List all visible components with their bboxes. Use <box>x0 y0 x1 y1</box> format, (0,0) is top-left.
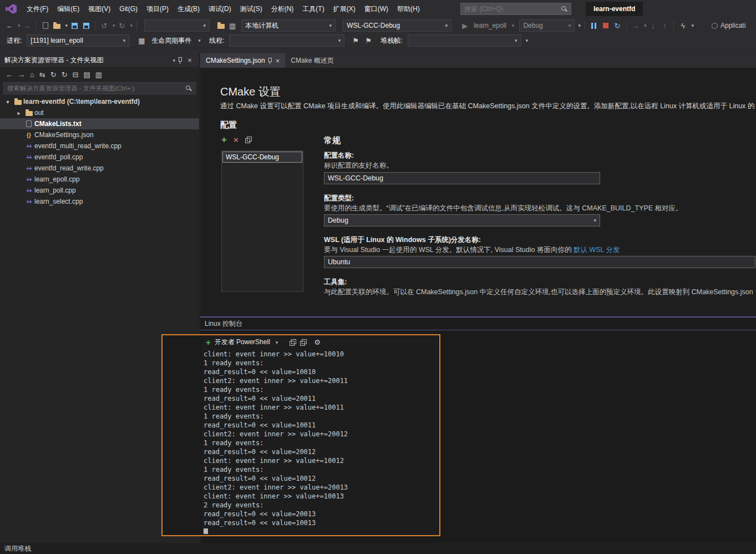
back-icon[interactable]: ← <box>6 70 13 79</box>
menu-item[interactable]: 帮助(H) <box>393 0 424 18</box>
chevron-down-icon[interactable]: ▾ <box>18 23 21 28</box>
lifecycle-events-icon[interactable]: ▦ <box>136 34 146 47</box>
tree-item[interactable]: {}CMakeSettings.json <box>0 129 199 140</box>
default-wsl-distribution-link[interactable]: 默认 WSL 分发 <box>574 246 620 254</box>
terminal-window[interactable]: + 开发者 PowerShell ▾ ⚙ client: event inner… <box>161 334 440 536</box>
close-icon[interactable]: × <box>276 57 280 65</box>
configurations-list[interactable]: WSL-GCC-Debug <box>221 150 303 292</box>
terminal-output[interactable]: client: event inner >> value+=100101 rea… <box>204 350 438 534</box>
stop-debugging-icon[interactable] <box>601 19 611 32</box>
application-insights-button[interactable]: Applicati <box>712 22 756 29</box>
switch-view-icon[interactable]: ▥ <box>227 19 237 32</box>
break-all-icon[interactable] <box>589 19 599 32</box>
build-type-dropdown[interactable]: Debug▾ <box>519 19 575 32</box>
tree-item[interactable]: ++eventfd_read_write.cpp <box>0 163 199 174</box>
gear-icon[interactable]: ⚙ <box>314 338 321 346</box>
menu-item[interactable]: 窗口(W) <box>360 0 393 18</box>
tree-item[interactable]: ++learn_select.cpp <box>0 196 199 207</box>
close-icon[interactable]: × <box>185 56 195 65</box>
target-system-dropdown[interactable]: 本地计算机▾ <box>241 19 336 32</box>
switch-views-icon[interactable]: ⇆ <box>39 70 45 79</box>
solution-explorer-search-input[interactable] <box>7 85 185 92</box>
process-dropdown[interactable]: [1191] learn_epoll▾ <box>27 34 129 47</box>
step-into-icon[interactable]: ↓ <box>648 19 658 32</box>
home-icon[interactable]: ⌂ <box>30 70 34 79</box>
toolbar-overflow-icon[interactable]: ▾ <box>526 38 529 43</box>
navigate-forward-icon[interactable]: → <box>22 19 32 32</box>
solution-configurations-dropdown[interactable]: ▾ <box>144 19 210 32</box>
editor-tab[interactable]: CMakeSettings.json× <box>200 53 285 68</box>
menu-item[interactable]: 生成(B) <box>173 0 204 18</box>
remove-configuration-icon[interactable]: × <box>234 135 239 144</box>
save-all-icon[interactable] <box>81 19 91 32</box>
menu-item[interactable]: 测试(S) <box>236 0 267 18</box>
tree-item[interactable]: CMakeLists.txt <box>0 118 199 129</box>
pin-icon[interactable] <box>177 57 182 64</box>
chevron-down-icon[interactable]: ▾ <box>113 23 115 28</box>
refresh-icon[interactable]: ↻ <box>62 70 68 79</box>
flag-icon[interactable]: ⚑ <box>351 34 361 47</box>
chevron-icon[interactable]: ▾ <box>3 99 12 105</box>
copy-icon[interactable] <box>290 339 296 346</box>
chevron-down-icon[interactable]: ▾ <box>198 38 201 43</box>
menu-item[interactable]: 调试(D) <box>204 0 236 18</box>
startup-item-label[interactable]: learn_epoll <box>474 22 506 29</box>
terminal-tab-title[interactable]: 开发者 PowerShell <box>215 338 270 347</box>
menu-item[interactable]: 分析(N) <box>267 0 298 18</box>
pin-icon[interactable] <box>267 57 272 64</box>
chevron-down-icon[interactable]: ▾ <box>644 23 647 28</box>
search-icon[interactable] <box>561 6 567 12</box>
tree-item[interactable]: ++eventfd_multi_read_write.cpp <box>0 140 199 152</box>
chevron-down-icon[interactable]: ▾ <box>691 23 694 28</box>
folder-view-icon[interactable] <box>216 19 226 32</box>
editor-tab[interactable]: CMake 概述页 <box>285 53 339 68</box>
search-input[interactable] <box>464 5 561 13</box>
new-file-icon[interactable] <box>40 19 50 32</box>
chevron-down-icon[interactable]: ▾ <box>65 23 68 28</box>
forward-icon[interactable]: → <box>18 70 25 79</box>
sync-icon[interactable]: ↻ <box>50 70 57 79</box>
navigate-back-icon[interactable]: ← <box>4 19 14 32</box>
configuration-dropdown[interactable]: WSL-GCC-Debug▾ <box>343 19 451 32</box>
undo-icon[interactable]: ↺ <box>99 19 109 32</box>
window-position-icon[interactable]: ▾ <box>172 58 175 63</box>
search-icon[interactable] <box>185 85 192 92</box>
tree-item[interactable]: ▸out <box>0 107 199 118</box>
menu-item[interactable]: 项目(P) <box>142 0 173 18</box>
step-out-icon[interactable]: ↑ <box>659 19 669 32</box>
tree-item[interactable]: ++learn_poll.cpp <box>0 185 199 196</box>
menu-item[interactable]: Git(G) <box>115 0 142 18</box>
linux-console-header[interactable]: Linux 控制台 <box>200 318 756 330</box>
paste-icon[interactable] <box>300 339 307 346</box>
duplicate-configuration-icon[interactable] <box>245 137 252 143</box>
save-icon[interactable] <box>69 19 79 32</box>
chevron-down-icon[interactable]: ▾ <box>512 23 515 28</box>
flag-threads-icon[interactable]: ⚑ <box>363 34 373 47</box>
tree-item[interactable]: ++learn_epoll.cpp <box>0 174 199 185</box>
menu-item[interactable]: 视图(V) <box>84 0 115 18</box>
call-stack-label[interactable]: 调用堆栈 <box>4 544 31 553</box>
config-type-dropdown[interactable]: Debug▾ <box>324 214 600 226</box>
redo-icon[interactable]: ↻ <box>117 19 127 32</box>
wsl-distribution-input[interactable] <box>324 256 755 268</box>
show-next-statement-icon[interactable]: → <box>631 19 641 32</box>
chevron-down-icon[interactable]: ▾ <box>276 340 278 345</box>
hot-reload-icon[interactable]: ϟ <box>678 19 688 32</box>
config-list-item[interactable]: WSL-GCC-Debug <box>222 152 302 163</box>
quick-search-box[interactable] <box>460 3 571 15</box>
show-all-files-icon[interactable]: ▤ <box>83 70 90 79</box>
start-debugging-icon[interactable]: ▶ <box>460 19 470 32</box>
stack-frame-dropdown[interactable]: ▾ <box>408 34 521 47</box>
restart-icon[interactable]: ↻ <box>612 19 622 32</box>
menu-item[interactable]: 扩展(X) <box>329 0 360 18</box>
solution-explorer-search-box[interactable] <box>3 82 196 94</box>
preview-icon[interactable]: ▥ <box>95 70 102 79</box>
menu-item[interactable]: 工具(T) <box>298 0 328 18</box>
tree-item[interactable]: ▾learn-eventfd (C:\temp\learn-eventfd) <box>0 96 199 107</box>
toolbar-overflow-icon[interactable]: ▾ <box>578 23 581 28</box>
collapse-all-icon[interactable]: ⊟ <box>73 70 79 79</box>
menu-item[interactable]: 编辑(E) <box>53 0 84 18</box>
new-tab-icon[interactable]: + <box>206 338 211 347</box>
config-name-input[interactable] <box>324 172 600 184</box>
thread-dropdown[interactable]: ▾ <box>229 34 344 47</box>
